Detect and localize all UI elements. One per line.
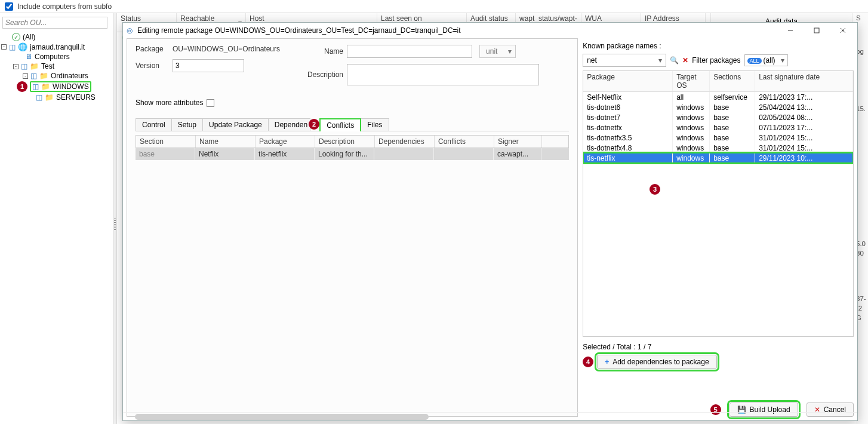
tab-update-package[interactable]: Update Package: [202, 118, 269, 131]
grid-col-dependencies[interactable]: Dependencies: [375, 136, 435, 148]
tree-all[interactable]: (All): [23, 33, 35, 41]
tree-test[interactable]: Test: [41, 62, 54, 70]
grid-col-name[interactable]: Name: [196, 136, 256, 148]
collapse-icon[interactable]: -: [1, 44, 7, 50]
check-icon: ✓: [12, 33, 20, 41]
description-input[interactable]: [347, 64, 539, 85]
known-packages-search[interactable]: net▾: [583, 54, 666, 67]
tree-windows[interactable]: WINDOWS: [53, 82, 89, 91]
cube-icon: ◫: [21, 62, 27, 70]
filter-packages-label: Filter packages: [692, 56, 740, 64]
svg-rect-1: [814, 28, 819, 33]
chevron-down-icon: ▾: [658, 56, 662, 64]
folder-icon: 📁: [41, 82, 50, 91]
name-input[interactable]: [347, 45, 472, 58]
version-input[interactable]: [173, 59, 244, 72]
callout-3: 3: [650, 184, 660, 195]
tab-files[interactable]: Files: [361, 118, 389, 131]
close-button[interactable]: [832, 23, 854, 38]
tree-computers[interactable]: Computers: [35, 53, 70, 61]
show-more-label: Show more attributes: [136, 99, 203, 107]
include-subfolders-checkbox[interactable]: [5, 2, 13, 11]
pkg-row[interactable]: tis-dotnet7windowsbase02/05/2024 08:...: [583, 112, 853, 122]
grid-col-section[interactable]: Section: [136, 136, 196, 148]
app-icon: ◎: [127, 26, 133, 35]
tab-conflicts[interactable]: Conflicts: [319, 118, 361, 131]
computer-icon: 🖥: [25, 53, 32, 61]
folder-icon: 📁: [45, 93, 54, 102]
pkg-row[interactable]: tis-dotnetfxwindowsbase07/11/2023 17:...: [583, 122, 853, 133]
pkg-col-sections[interactable]: Sections: [710, 71, 755, 91]
cube-icon: ◫: [32, 82, 39, 91]
folder-icon: 📁: [39, 72, 48, 80]
callout-2: 2: [309, 119, 319, 130]
folder-icon: 📁: [30, 62, 39, 70]
pkg-row[interactable]: tis-dotnet6windowsbase25/04/2024 13:...: [583, 102, 853, 112]
tree-serveurs[interactable]: SERVEURS: [56, 93, 96, 102]
collapsed-side-panel: S pg 15. 5.0 30 87- -2 G: [856, 13, 868, 424]
pkg-row[interactable]: tis-netflixwindowsbase29/11/2023 10:...: [583, 153, 853, 163]
grid-col-signer[interactable]: Signer: [494, 136, 542, 148]
search-ou-input[interactable]: [2, 17, 107, 29]
cube-icon: ◫: [36, 93, 42, 102]
collapse-icon[interactable]: -: [13, 64, 19, 69]
grid-col-package[interactable]: Package: [256, 136, 315, 148]
maximize-button[interactable]: [806, 23, 827, 38]
pkg-col-target-os[interactable]: Target OS: [673, 71, 710, 91]
pkg-col-date[interactable]: Last signature date: [755, 71, 853, 91]
selected-total-label: Selected / Total : 1 / 7: [583, 343, 854, 351]
chevron-down-icon: ▾: [508, 47, 512, 56]
grid-col-description[interactable]: Description: [315, 136, 375, 148]
search-icon[interactable]: 🔍: [670, 56, 679, 64]
conflicts-row[interactable]: base Netflix tis-netflix Looking for th.…: [136, 148, 569, 160]
plus-icon: +: [605, 358, 609, 366]
minimize-button[interactable]: [780, 23, 801, 38]
filter-packages-select[interactable]: ALL(all) ▾: [744, 54, 788, 66]
include-subfolders-label: Include computers from subfo: [17, 2, 112, 11]
grid-col-conflicts[interactable]: Conflicts: [435, 136, 494, 148]
dialog-title: Editing remote package OU=WINDOWS_OU=Ord…: [137, 26, 461, 35]
unit-select[interactable]: unit▾: [479, 45, 516, 58]
add-dependencies-button[interactable]: + Add dependencies to package: [597, 355, 716, 369]
cube-icon: ◫: [30, 72, 37, 80]
callout-4: 4: [583, 357, 593, 367]
all-badge-icon: ALL: [747, 58, 762, 64]
show-more-checkbox[interactable]: [207, 99, 214, 107]
package-label: Package: [136, 45, 169, 53]
globe-icon: 🌐: [18, 42, 27, 51]
edit-package-dialog: ◎ Editing remote package OU=WINDOWS_OU=O…: [122, 22, 858, 421]
pkg-row[interactable]: tis-dotnetfx4.8windowsbase31/01/2024 15:…: [583, 143, 853, 153]
tree-root[interactable]: jarnaud.tranquil.it: [30, 43, 85, 51]
tab-dependencies[interactable]: Dependen: [268, 118, 310, 131]
ou-tree: ✓ (All) - ◫ 🌐 jarnaud.tranquil.it 🖥 Comp…: [0, 13, 113, 424]
version-label: Version: [136, 62, 169, 70]
pkg-row[interactable]: tis-dotnetfx3.5windowsbase31/01/2024 15:…: [583, 133, 853, 143]
name-label: Name: [298, 47, 343, 56]
description-label: Description: [298, 70, 343, 79]
package-value: OU=WINDOWS_OU=Ordinateurs: [173, 45, 280, 53]
tab-setup[interactable]: Setup: [171, 118, 203, 131]
collapse-icon[interactable]: -: [23, 73, 28, 79]
tree-ordinateurs[interactable]: Ordinateurs: [51, 72, 88, 80]
chevron-down-icon: ▾: [781, 56, 784, 64]
pkg-row[interactable]: Self-Netflixallselfservice29/11/2023 17:…: [583, 92, 853, 102]
callout-1: 1: [17, 81, 27, 92]
horizontal-scrollbar[interactable]: [123, 412, 857, 420]
clear-icon[interactable]: ✕: [682, 56, 688, 64]
tab-control[interactable]: Control: [136, 118, 172, 131]
pkg-col-package[interactable]: Package: [583, 71, 673, 91]
cube-icon: ◫: [9, 43, 16, 51]
known-packages-label: Known package names :: [583, 42, 854, 50]
